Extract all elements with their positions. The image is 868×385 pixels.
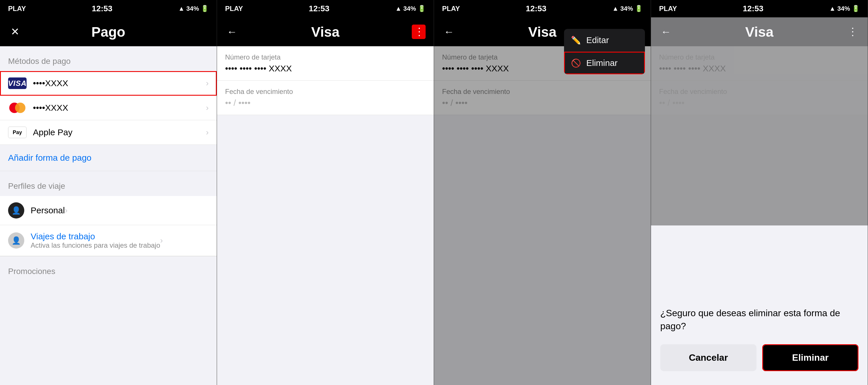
page-title-2: Visa <box>311 24 340 40</box>
confirm-buttons: Cancelar Eliminar <box>660 344 859 371</box>
back-button-3[interactable]: ← <box>442 26 456 38</box>
applepay-icon: Pay <box>8 127 27 138</box>
carrier-1: PLAY <box>8 5 26 13</box>
nav-bar-2: ← Visa ⋮ <box>217 17 434 46</box>
payment-methods-label: Métodos de pago <box>0 46 217 71</box>
applepay-chevron-icon: › <box>206 128 209 137</box>
card-expiry-value: •• / •••• <box>225 98 426 108</box>
delete-menu-item[interactable]: 🚫 Eliminar <box>564 52 645 74</box>
status-icons-2: ▲ 34% 🔋 <box>395 5 426 12</box>
travel-profiles-label: Perfiles de viaje <box>0 171 217 196</box>
nav-bar-1: ✕ Pago <box>0 17 217 46</box>
status-bar-2: PLAY 12:53 ▲ 34% 🔋 <box>217 0 434 17</box>
delete-label: Eliminar <box>586 58 618 68</box>
edit-icon: ✏️ <box>571 35 581 45</box>
edit-label: Editar <box>586 35 609 45</box>
status-icons-4: ▲ 34% 🔋 <box>829 5 860 12</box>
back-button-4[interactable]: ← <box>659 26 673 38</box>
time-4: 12:53 <box>743 4 764 13</box>
screen-visa-detail: PLAY 12:53 ▲ 34% 🔋 ← Visa ⋮ Número de ta… <box>217 0 434 385</box>
status-icons-1: ▲ 34% 🔋 <box>178 5 209 12</box>
screen-visa-menu: PLAY 12:53 ▲ 34% 🔋 ← Visa Número de tarj… <box>434 0 651 385</box>
delete-icon: 🚫 <box>571 58 581 68</box>
card-content-2: Número de tarjeta •••• •••• •••• XXXX Fe… <box>217 46 434 115</box>
carrier-3: PLAY <box>442 5 460 13</box>
mastercard-chevron-icon: › <box>206 103 209 113</box>
mastercard-icon <box>8 102 27 114</box>
mastercard-payment-item[interactable]: ••••XXXX › <box>0 96 217 120</box>
card-expiry-field: Fecha de vencimiento •• / •••• <box>217 81 434 115</box>
back-button-2[interactable]: ← <box>225 26 239 38</box>
applepay-label: Apple Pay <box>33 127 206 137</box>
work-chevron-icon: › <box>160 236 163 245</box>
status-bar-4: PLAY 12:53 ▲ 34% 🔋 <box>651 0 868 17</box>
screen-visa-confirm: PLAY 12:53 ▲ 34% 🔋 ← Visa ⋮ Número de ta… <box>651 0 868 385</box>
card-expiry-label: Fecha de vencimiento <box>225 88 426 96</box>
more-options-button-4[interactable]: ⋮ <box>846 26 860 38</box>
close-button[interactable]: ✕ <box>8 26 22 38</box>
time-2: 12:53 <box>309 4 330 13</box>
work-profile-subtitle: Activa las funciones para viajes de trab… <box>31 241 160 249</box>
dim-overlay-4 <box>651 46 868 226</box>
personal-chevron-icon: › <box>65 206 67 215</box>
more-options-button[interactable]: ⋮ <box>412 25 426 39</box>
work-avatar: 👤 <box>8 232 24 248</box>
page-title-1: Pago <box>91 24 125 40</box>
confirm-text: ¿Seguro que deseas eliminar esta forma d… <box>660 307 859 333</box>
confirm-delete-button[interactable]: Eliminar <box>762 344 859 371</box>
visa-card-number: ••••XXXX <box>33 78 206 88</box>
page-title-4: Visa <box>745 24 774 40</box>
carrier-4: PLAY <box>659 5 677 13</box>
visa-payment-item[interactable]: VISA ••••XXXX › <box>0 71 217 96</box>
personal-avatar: 👤 <box>8 202 24 218</box>
mastercard-card-number: ••••XXXX <box>33 103 206 113</box>
status-bar-3: PLAY 12:53 ▲ 34% 🔋 <box>434 0 651 17</box>
work-profile-title: Viajes de trabajo <box>31 232 160 241</box>
work-trips-profile-item[interactable]: 👤 Viajes de trabajo Activa las funciones… <box>0 225 217 256</box>
promotions-label: Promociones <box>0 256 217 281</box>
context-menu: ✏️ Editar 🚫 Eliminar <box>564 29 645 74</box>
status-bar-1: PLAY 12:53 ▲ 34% 🔋 <box>0 0 217 17</box>
cancel-delete-button[interactable]: Cancelar <box>660 344 756 371</box>
add-payment-link[interactable]: Añadir forma de pago <box>0 145 217 171</box>
card-number-field: Número de tarjeta •••• •••• •••• XXXX <box>217 46 434 81</box>
nav-bar-4: ← Visa ⋮ <box>651 17 868 46</box>
visa-chevron-icon: › <box>206 79 209 88</box>
dim-overlay-3 <box>434 46 651 385</box>
time-3: 12:53 <box>526 4 547 13</box>
card-number-value: •••• •••• •••• XXXX <box>225 64 426 73</box>
edit-menu-item[interactable]: ✏️ Editar <box>564 29 645 52</box>
page-title-3: Visa <box>528 24 557 40</box>
card-number-label: Número de tarjeta <box>225 53 426 61</box>
status-icons-3: ▲ 34% 🔋 <box>612 5 643 12</box>
visa-icon: VISA <box>8 78 27 89</box>
personal-profile-title: Personal <box>31 206 65 215</box>
carrier-2: PLAY <box>225 5 243 13</box>
applepay-payment-item[interactable]: Pay Apple Pay › <box>0 120 217 145</box>
confirm-delete-modal: ¿Seguro que deseas eliminar esta forma d… <box>651 295 868 385</box>
screen-payment: PLAY 12:53 ▲ 34% 🔋 ✕ Pago Métodos de pag… <box>0 0 217 385</box>
time-1: 12:53 <box>92 4 113 13</box>
personal-profile-item[interactable]: 👤 Personal › <box>0 196 217 225</box>
